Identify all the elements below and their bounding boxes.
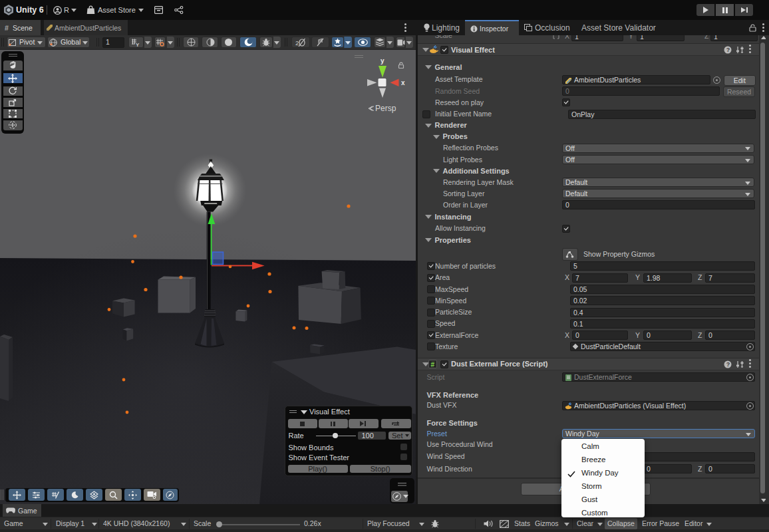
svg-text:Persp: Persp xyxy=(375,104,396,113)
svg-text:2: 2 xyxy=(295,39,299,47)
svg-text:?: ? xyxy=(726,47,730,53)
svg-text:x: x xyxy=(401,79,405,86)
svg-text:?: ? xyxy=(726,361,730,368)
svg-text:y: y xyxy=(381,57,384,65)
svg-text:Y: Y xyxy=(136,42,140,47)
